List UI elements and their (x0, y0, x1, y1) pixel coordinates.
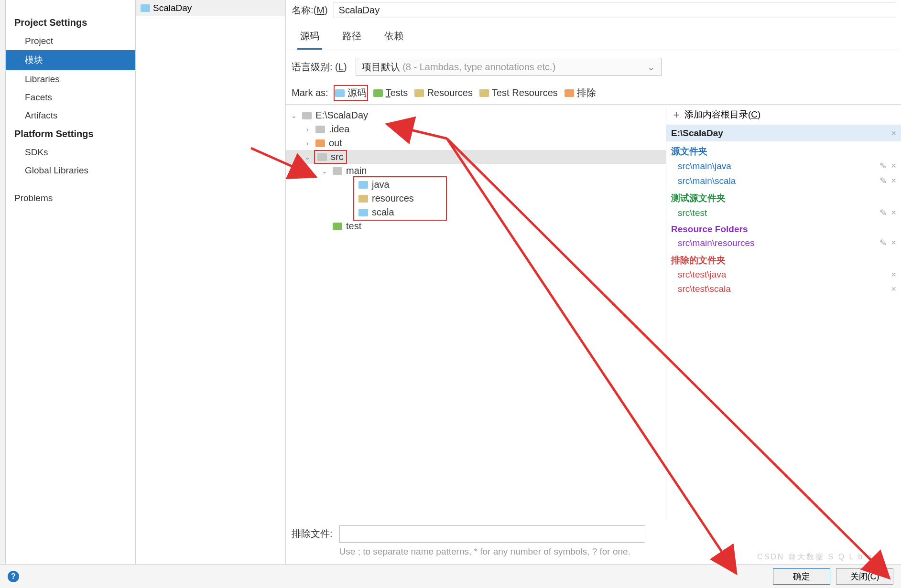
module-item-scaladay[interactable]: ScalaDay (136, 0, 285, 16)
language-level-hint: (8 - Lambdas, type annotations etc.) (402, 62, 555, 72)
folder-icon (333, 167, 342, 175)
mark-tests-button[interactable]: Tests (373, 87, 408, 98)
remove-icon[interactable]: × (891, 237, 896, 248)
mark-as-label: Mark as: (292, 87, 328, 98)
language-level-label: 语言级别: (L) (292, 61, 347, 74)
plus-icon: ＋ (671, 107, 682, 122)
language-level-value: 项目默认 (362, 62, 400, 72)
module-icon (141, 4, 150, 12)
folder-icon (333, 223, 342, 230)
sidebar-item-facets[interactable]: Facets (6, 88, 135, 107)
sidebar-item-problems[interactable]: Problems (6, 189, 135, 207)
tree-node-idea[interactable]: › .idea (286, 122, 666, 136)
platform-settings-title: Platform Settings (6, 125, 135, 143)
chevron-down-icon: ⌄ (647, 61, 655, 73)
exclude-files-input[interactable] (339, 525, 645, 543)
resource-path[interactable]: src\main\resources✎× (666, 235, 901, 250)
remove-icon[interactable]: × (891, 284, 896, 294)
edit-icon[interactable]: ✎ (879, 237, 887, 248)
module-name-input[interactable] (334, 2, 895, 18)
sidebar-item-libraries[interactable]: Libraries (6, 70, 135, 88)
sidebar-item-sdks[interactable]: SDKs (6, 143, 135, 161)
content-root-path[interactable]: E:\ScalaDay × (666, 125, 901, 141)
ok-button[interactable]: 确定 (773, 568, 830, 585)
sources-section-title: 源文件夹 (666, 141, 901, 159)
tab-paths[interactable]: 路径 (339, 23, 364, 50)
tests-folder-icon (373, 89, 383, 97)
folder-icon (358, 209, 368, 216)
resources-section-title: Resource Folders (666, 220, 901, 235)
add-content-root-button[interactable]: ＋ 添加内容根目录(C) (666, 105, 901, 125)
mark-resources-button[interactable]: Resources (414, 87, 473, 98)
edit-icon[interactable]: ✎ (879, 160, 887, 171)
sidebar-item-global-libraries[interactable]: Global Libraries (6, 161, 135, 180)
watermark: CSDN @大数据 S Q L b o y (757, 552, 882, 562)
folder-icon (315, 126, 325, 133)
tree-node-main[interactable]: ⌄ main (286, 164, 666, 178)
excluded-path[interactable]: src\test\java× (666, 267, 901, 282)
sources-folder-icon (335, 89, 345, 97)
tree-node-src[interactable]: ⌄ src (286, 150, 666, 164)
excluded-path[interactable]: src\test\scala× (666, 282, 901, 296)
expand-icon[interactable]: ⌄ (303, 153, 312, 161)
module-tabs: 源码 路径 依赖 (286, 23, 901, 50)
folder-icon (317, 153, 327, 161)
tab-dependencies[interactable]: 依赖 (381, 23, 406, 50)
source-path[interactable]: src\main\scala✎× (666, 173, 901, 188)
folder-icon (358, 195, 368, 203)
tab-sources[interactable]: 源码 (297, 23, 322, 50)
sidebar-item-modules[interactable]: 模块 (6, 50, 135, 70)
expand-icon[interactable]: › (303, 126, 312, 133)
name-label: 名称:(M) (292, 4, 328, 17)
tree-node-java[interactable]: java (355, 178, 445, 192)
resources-folder-icon (414, 89, 424, 97)
test-path[interactable]: src\test✎× (666, 205, 901, 220)
edit-icon[interactable]: ✎ (879, 175, 887, 186)
source-path[interactable]: src\main\java✎× (666, 159, 901, 173)
sidebar-item-artifacts[interactable]: Artifacts (6, 107, 135, 125)
remove-icon[interactable]: × (891, 175, 896, 186)
remove-icon[interactable]: × (891, 207, 896, 218)
settings-sidebar: Project Settings Project 模块 Libraries Fa… (6, 0, 136, 564)
expand-icon[interactable]: ⌄ (290, 112, 298, 119)
excluded-folder-icon (564, 89, 574, 97)
folder-icon (302, 112, 312, 119)
content-roots-panel: ＋ 添加内容根目录(C) E:\ScalaDay × 源文件夹 src\main… (666, 105, 901, 520)
tree-root[interactable]: ⌄ E:\ScalaDay (286, 108, 666, 122)
remove-root-icon[interactable]: × (891, 128, 896, 139)
expand-icon[interactable]: ⌄ (320, 167, 329, 175)
source-folder-tree[interactable]: ⌄ E:\ScalaDay › .idea › out ⌄ (286, 105, 666, 520)
exclude-files-label: 排除文件: (292, 525, 333, 540)
folder-icon (358, 181, 368, 189)
folder-icon (315, 139, 325, 147)
mark-as-row: Mark as: 源码 Tests Resources Test Resourc… (286, 84, 901, 104)
remove-icon[interactable]: × (891, 160, 896, 171)
help-icon[interactable]: ? (8, 571, 19, 582)
main-panel: 名称:(M) 源码 路径 依赖 语言级别: (L) 项目默认 (8 - Lamb… (286, 0, 901, 564)
module-list-panel: ScalaDay (136, 0, 286, 564)
edit-icon[interactable]: ✎ (879, 207, 887, 218)
mark-sources-button[interactable]: 源码 (335, 86, 367, 99)
tree-node-resources[interactable]: resources (355, 192, 445, 205)
test-resources-folder-icon (479, 89, 489, 97)
tree-node-out[interactable]: › out (286, 136, 666, 150)
tree-node-test[interactable]: test (286, 219, 666, 233)
tree-node-scala[interactable]: scala (355, 205, 445, 219)
sidebar-item-project[interactable]: Project (6, 32, 135, 50)
project-settings-title: Project Settings (6, 13, 135, 32)
expand-icon[interactable]: › (303, 139, 312, 147)
gutter (0, 0, 6, 564)
exclude-files-hint: Use ; to separate name patterns, * for a… (339, 543, 645, 558)
dialog-footer: ? 确定 关闭(C) (0, 564, 901, 588)
remove-icon[interactable]: × (891, 269, 896, 280)
close-button[interactable]: 关闭(C) (836, 568, 893, 585)
language-level-select[interactable]: 项目默认 (8 - Lambdas, type annotations etc.… (356, 58, 662, 76)
mark-test-resources-button[interactable]: Test Resources (479, 87, 558, 98)
tests-section-title: 测试源文件夹 (666, 188, 901, 205)
excluded-section-title: 排除的文件夹 (666, 250, 901, 267)
mark-excluded-button[interactable]: 排除 (564, 86, 596, 99)
module-label: ScalaDay (153, 3, 192, 13)
